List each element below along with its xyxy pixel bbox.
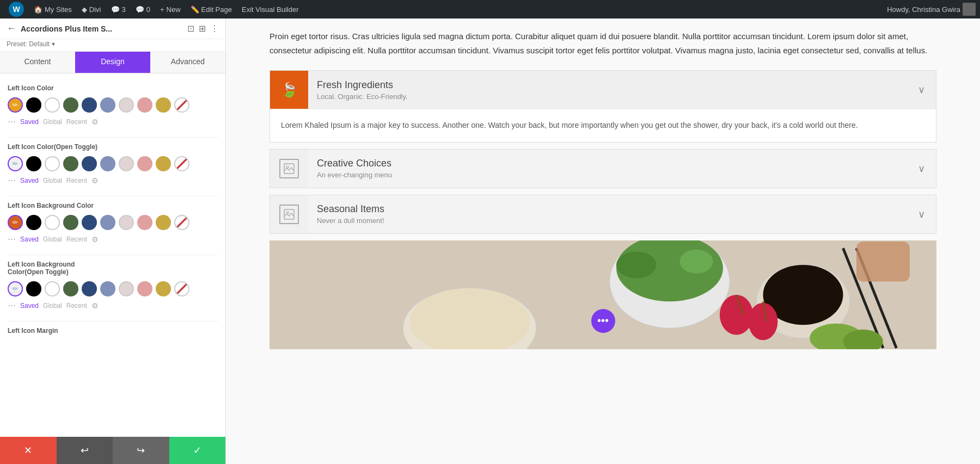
color-swatch-lightpink-4[interactable]	[119, 281, 134, 296]
admin-bar-right: Howdy, Christina Gwira	[887, 3, 976, 16]
tab-advanced[interactable]: Advanced	[150, 52, 225, 73]
accordion-chevron-creative[interactable]: ∨	[907, 150, 936, 188]
accordion-header-seasonal[interactable]: Seasonal Items Never a dull moment! ∨	[270, 195, 936, 233]
leaf-icon: 🍃	[280, 82, 298, 98]
wp-logo-item[interactable]: W	[4, 0, 28, 18]
accordion-chevron-fresh[interactable]: ∨	[907, 71, 936, 109]
color-swatch-white-2[interactable]	[45, 156, 60, 171]
panel-preset: Preset: Default ▾	[0, 39, 225, 52]
gear-icon-2[interactable]: ⚙	[91, 176, 99, 185]
left-icon-bg-color-label: Left Icon Background Color	[8, 202, 218, 209]
undo-button[interactable]: ↩	[57, 437, 113, 464]
accordion-text-fresh: Fresh Ingredients Local. Organic. Eco-Fr…	[308, 71, 907, 109]
active-color-swatch-bg-open[interactable]: ✏	[8, 281, 23, 296]
color-swatch-green-3[interactable]	[63, 215, 78, 230]
gear-icon[interactable]: ⚙	[91, 117, 99, 126]
color-swatch-white-3[interactable]	[45, 215, 60, 230]
color-swatch-navy[interactable]	[82, 97, 97, 113]
color-swatch-navy-2[interactable]	[82, 156, 97, 171]
color-swatch-white-4[interactable]	[45, 281, 60, 296]
accordion-subtitle-seasonal: Never a dull moment!	[317, 216, 898, 225]
saved-label[interactable]: Saved	[20, 118, 39, 126]
gear-icon-4[interactable]: ⚙	[91, 301, 99, 310]
color-swatch-none-4[interactable]	[174, 281, 189, 296]
color-swatch-green-4[interactable]	[63, 281, 78, 296]
global-label-4[interactable]: Global	[43, 302, 62, 310]
exit-visual-builder-item[interactable]: Exit Visual Builder	[237, 0, 303, 18]
grid-icon[interactable]: ⊞	[199, 23, 206, 34]
color-swatch-blue-gray[interactable]	[100, 97, 115, 113]
back-button[interactable]: ←	[7, 23, 16, 34]
edit-page-item[interactable]: ✏️ Edit Page	[186, 0, 236, 18]
my-sites-item[interactable]: 🏠 My Sites	[29, 0, 76, 18]
color-swatch-green-2[interactable]	[63, 156, 78, 171]
recent-label[interactable]: Recent	[66, 118, 87, 126]
active-color-swatch-bg[interactable]: ✏	[8, 215, 23, 230]
more-icon[interactable]: ⋮	[210, 23, 219, 34]
active-color-swatch[interactable]: ✏	[8, 97, 23, 113]
howdy-text: Howdy, Christina Gwira	[887, 5, 960, 14]
color-swatch-navy-3[interactable]	[82, 215, 97, 230]
global-label[interactable]: Global	[43, 118, 62, 126]
color-swatch-gold-2[interactable]	[156, 156, 171, 171]
saved-label-2[interactable]: Saved	[20, 177, 39, 184]
comments2-item[interactable]: 💬 0	[131, 0, 155, 18]
tab-content[interactable]: Content	[0, 52, 75, 73]
swatch-more-dots-2[interactable]: ···	[8, 175, 16, 186]
global-label-3[interactable]: Global	[43, 236, 62, 243]
color-swatch-light-pink[interactable]	[119, 97, 134, 113]
swatch-more-dots-4[interactable]: ···	[8, 300, 16, 311]
color-swatch-black-4[interactable]	[26, 281, 41, 296]
active-color-swatch-open[interactable]: ✏	[8, 156, 23, 171]
color-swatch-pink-2[interactable]	[137, 156, 152, 171]
color-swatch-pink-3[interactable]	[137, 215, 152, 230]
divi-label: Divi	[89, 5, 101, 14]
tab-design[interactable]: Design	[75, 52, 150, 73]
swatch-more-dots-3[interactable]: ···	[8, 233, 16, 245]
recent-label-2[interactable]: Recent	[66, 177, 87, 184]
saved-label-4[interactable]: Saved	[20, 302, 39, 310]
color-swatch-gold-3[interactable]	[156, 215, 171, 230]
color-swatch-lightpink-3[interactable]	[119, 215, 134, 230]
color-swatch-lightpink-2[interactable]	[119, 156, 134, 171]
color-swatch-navy-4[interactable]	[82, 281, 97, 296]
left-icon-color-section: Left Icon Color ✏ ···	[8, 84, 218, 127]
color-swatch-bluegray-4[interactable]	[100, 281, 115, 296]
color-swatch-black[interactable]	[26, 97, 41, 113]
color-swatch-gold[interactable]	[156, 97, 171, 113]
pencil-icon-open: ✏	[13, 160, 18, 168]
color-swatch-black-2[interactable]	[26, 156, 41, 171]
new-label: New	[167, 5, 181, 14]
recent-label-4[interactable]: Recent	[66, 302, 87, 310]
swatch-more-dots[interactable]: ···	[8, 116, 16, 127]
content-area: Proin eget tortor risus. Cras ultricies …	[226, 18, 980, 349]
redo-button[interactable]: ↪	[113, 437, 169, 464]
global-label-2[interactable]: Global	[43, 177, 62, 184]
color-swatch-bluegray-2[interactable]	[100, 156, 115, 171]
color-swatch-white[interactable]	[45, 97, 60, 113]
color-swatch-black-3[interactable]	[26, 215, 41, 230]
saved-label-3[interactable]: Saved	[20, 236, 39, 243]
left-icon-margin-label: Left Icon Margin	[8, 327, 218, 335]
accordion-header-fresh[interactable]: 🍃 Fresh Ingredients Local. Organic. Eco-…	[270, 71, 936, 109]
color-swatch-none-2[interactable]	[174, 156, 189, 171]
color-swatch-none-3[interactable]	[174, 215, 189, 230]
accordion-header-creative[interactable]: Creative Choices An ever-changing menu ∨	[270, 150, 936, 188]
color-swatch-pink-4[interactable]	[137, 281, 152, 296]
confirm-button[interactable]: ✓	[169, 437, 226, 464]
color-swatch-gold-4[interactable]	[156, 281, 171, 296]
color-swatch-none[interactable]	[174, 97, 189, 113]
accordion-chevron-seasonal[interactable]: ∨	[907, 195, 936, 233]
divi-item[interactable]: ◆ Divi	[77, 0, 106, 18]
color-swatch-pink[interactable]	[137, 97, 152, 113]
panel-footer: ✕ ↩ ↪ ✓	[0, 437, 225, 464]
floating-action-button[interactable]: •••	[591, 309, 615, 333]
comments-count-item[interactable]: 💬 3	[107, 0, 130, 18]
recent-label-3[interactable]: Recent	[66, 236, 87, 243]
color-swatch-bluegray-3[interactable]	[100, 215, 115, 230]
color-swatch-green[interactable]	[63, 97, 78, 113]
window-icon[interactable]: ⊡	[187, 23, 194, 34]
new-item[interactable]: + New	[156, 0, 185, 18]
gear-icon-3[interactable]: ⚙	[91, 235, 99, 244]
cancel-button[interactable]: ✕	[0, 437, 57, 464]
